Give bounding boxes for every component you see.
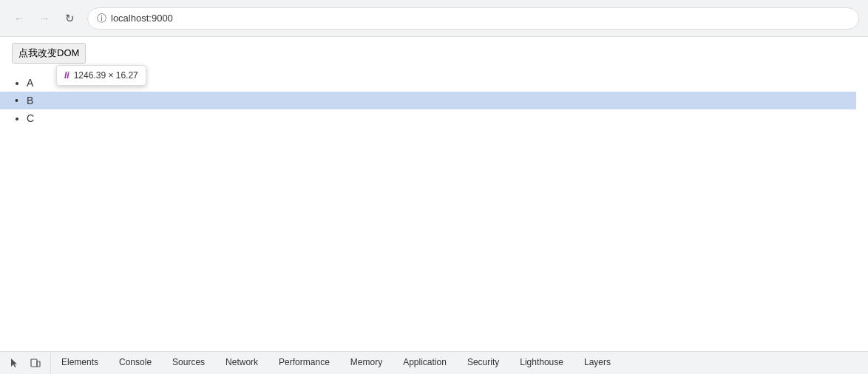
tooltip-tag: li	[64, 70, 69, 81]
reload-button[interactable]: ↻	[59, 8, 80, 29]
tab-sources[interactable]: Sources	[162, 352, 215, 374]
cursor-icon[interactable]	[6, 354, 24, 372]
url-text: localhost:9000	[111, 13, 173, 24]
tooltip-size: 1246.39 × 16.27	[74, 70, 138, 81]
list-item: C	[27, 109, 856, 127]
info-icon: ⓘ	[97, 12, 106, 25]
tab-lighthouse[interactable]: Lighthouse	[509, 352, 574, 374]
page-content: 点我改变DOM li 1246.39 × 16.27 A •B C	[0, 37, 868, 351]
tab-performance[interactable]: Performance	[268, 352, 340, 374]
tab-network[interactable]: Network	[215, 352, 268, 374]
svg-rect-1	[37, 361, 40, 367]
tab-security[interactable]: Security	[457, 352, 509, 374]
address-bar[interactable]: ⓘ localhost:9000	[87, 7, 859, 30]
devtools-bar: Elements Console Sources Network Perform…	[0, 351, 868, 374]
tab-console[interactable]: Console	[109, 352, 162, 374]
tab-application[interactable]: Application	[393, 352, 457, 374]
device-icon[interactable]	[27, 354, 44, 372]
list-item: A	[27, 74, 856, 92]
change-dom-button[interactable]: 点我改变DOM	[12, 43, 86, 64]
nav-buttons: ← → ↻	[9, 8, 80, 29]
devtools-tabs: Elements Console Sources Network Perform…	[51, 352, 868, 374]
svg-rect-0	[31, 359, 37, 367]
element-tooltip: li 1246.39 × 16.27	[56, 65, 146, 86]
tab-layers[interactable]: Layers	[574, 352, 621, 374]
tab-elements[interactable]: Elements	[51, 352, 109, 374]
browser-chrome: ← → ↻ ⓘ localhost:9000	[0, 0, 868, 37]
forward-button[interactable]: →	[34, 8, 55, 29]
devtools-icons	[0, 352, 51, 374]
list-item-highlighted: •B	[0, 92, 856, 109]
back-button[interactable]: ←	[9, 8, 30, 29]
tab-memory[interactable]: Memory	[340, 352, 393, 374]
